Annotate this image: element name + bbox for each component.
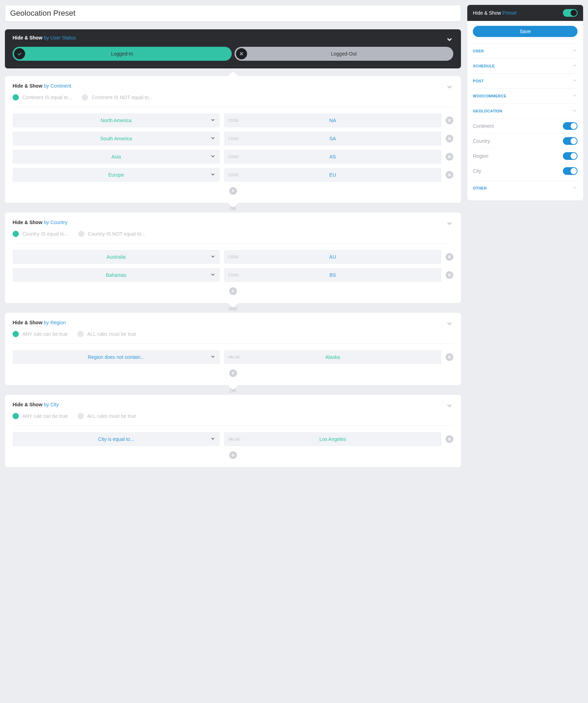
- section-woocommerce[interactable]: WOOCOMMERCE: [473, 88, 578, 103]
- all-rules-radio[interactable]: ALL rules must be true: [77, 413, 136, 419]
- continent-select[interactable]: South America: [13, 132, 220, 146]
- chevron-up-icon: [572, 48, 578, 54]
- user-status-panel: Hide & Show by User Status Logged-In L: [5, 29, 461, 68]
- continent-select[interactable]: Asia: [13, 150, 220, 164]
- title-prefix: Hide & Show: [13, 35, 43, 40]
- code-label: CODE:: [228, 255, 240, 259]
- connector-label: OR: [230, 388, 236, 393]
- radio-label: Continent IS NOT equal to...: [91, 95, 153, 100]
- city-toggle[interactable]: [563, 167, 578, 175]
- radio-label: ANY rule can be true: [22, 331, 68, 337]
- continent-is-not-radio[interactable]: Continent IS NOT equal to...: [82, 94, 153, 101]
- add-row-button[interactable]: +: [229, 451, 237, 459]
- rule-row: Bahamas CODE: BS ✕: [13, 268, 453, 282]
- title-accent: by Country: [44, 220, 67, 225]
- select-value: Region does not contain...: [88, 354, 144, 360]
- any-rule-radio[interactable]: ANY rule can be true: [13, 331, 68, 337]
- region-operator-select[interactable]: Region does not contain...: [13, 350, 220, 364]
- code-field[interactable]: CODE: SA: [224, 132, 441, 146]
- city-card: Hide & Show by City ANY rule can be true…: [5, 395, 461, 467]
- value-label: VALUE:: [228, 355, 241, 359]
- radio-label: ALL rules must be true: [87, 413, 136, 419]
- chevron-up-icon: [572, 185, 578, 191]
- user-status-title: Hide & Show by User Status: [13, 35, 453, 40]
- code-field[interactable]: CODE: AS: [224, 150, 441, 164]
- region-toggle[interactable]: [563, 152, 578, 160]
- sidebar-title-prefix: Hide & Show: [473, 10, 501, 16]
- remove-row-button[interactable]: ✕: [446, 271, 453, 279]
- city-operator-select[interactable]: City is equal to...: [13, 432, 220, 446]
- close-icon: ✕: [447, 136, 452, 141]
- select-value: City is equal to...: [98, 436, 134, 442]
- connector-label: OR: [230, 206, 236, 211]
- section-geolocation[interactable]: GEOLOCATION: [473, 103, 578, 118]
- chevron-down-icon[interactable]: [446, 36, 453, 44]
- panel-connector: [5, 68, 461, 76]
- section-user[interactable]: USER: [473, 43, 578, 58]
- remove-row-button[interactable]: ✕: [446, 135, 453, 142]
- rule-row: South America CODE: SA ✕: [13, 132, 453, 146]
- radio-dot-icon: [13, 231, 19, 237]
- logged-out-toggle[interactable]: Logged-Out: [235, 47, 454, 61]
- remove-row-button[interactable]: ✕: [446, 253, 453, 261]
- chevron-down-icon[interactable]: [446, 320, 453, 328]
- remove-row-button[interactable]: ✕: [446, 435, 453, 443]
- add-row-button[interactable]: +: [229, 287, 237, 295]
- code-label: CODE:: [228, 155, 240, 159]
- continent-is-radio[interactable]: Continent IS equal to...: [13, 94, 72, 101]
- close-icon: ✕: [447, 272, 452, 278]
- continent-select[interactable]: Europe: [13, 168, 220, 182]
- geo-item-city: City: [473, 163, 578, 178]
- any-rule-radio[interactable]: ANY rule can be true: [13, 413, 68, 419]
- radio-dot-icon: [13, 94, 19, 101]
- country-is-not-radio[interactable]: Country IS NOT equal to...: [78, 231, 146, 237]
- all-rules-radio[interactable]: ALL rules must be true: [77, 331, 136, 337]
- remove-row-button[interactable]: ✕: [446, 353, 453, 361]
- save-button[interactable]: Save: [473, 26, 578, 37]
- section-post[interactable]: POST: [473, 73, 578, 88]
- code-field[interactable]: CODE: BS: [224, 268, 441, 282]
- code-value: EU: [224, 172, 441, 178]
- code-field[interactable]: CODE: EU: [224, 168, 441, 182]
- preset-title-input[interactable]: [5, 5, 461, 22]
- preset-enable-toggle[interactable]: [563, 9, 578, 17]
- divider: [13, 107, 453, 107]
- chevron-down-icon[interactable]: [446, 83, 453, 92]
- add-row-button[interactable]: +: [229, 187, 237, 195]
- remove-row-button[interactable]: ✕: [446, 171, 453, 179]
- code-value: BS: [224, 272, 441, 278]
- country-toggle[interactable]: [563, 137, 578, 145]
- section-schedule[interactable]: SCHEDULE: [473, 58, 578, 73]
- chevron-down-icon: [210, 272, 216, 279]
- rule-row: Region does not contain... VALUE: Alaska…: [13, 350, 453, 364]
- close-icon: ✕: [447, 254, 452, 260]
- logged-in-toggle[interactable]: Logged-In: [13, 47, 232, 61]
- add-row-button[interactable]: +: [229, 369, 237, 377]
- close-icon: ✕: [447, 436, 452, 442]
- section-other[interactable]: OTHER: [473, 180, 578, 195]
- section-label: POST: [473, 79, 484, 83]
- card-connector: OR: [5, 385, 461, 395]
- country-select[interactable]: Australia: [13, 250, 220, 264]
- country-is-radio[interactable]: Country IS equal to...: [13, 231, 68, 237]
- chevron-down-icon[interactable]: [446, 220, 453, 228]
- code-field[interactable]: CODE: NA: [224, 113, 441, 127]
- code-field[interactable]: CODE: AU: [224, 250, 441, 264]
- value-field[interactable]: VALUE: Alaska: [224, 350, 441, 364]
- continent-card: Hide & Show by Continent Continent IS eq…: [5, 76, 461, 203]
- radio-label: ANY rule can be true: [22, 413, 68, 419]
- radio-dot-icon: [77, 331, 84, 337]
- connector-label: AND: [229, 306, 237, 311]
- remove-row-button[interactable]: ✕: [446, 117, 453, 124]
- remove-row-button[interactable]: ✕: [446, 153, 453, 161]
- chevron-down-icon: [210, 117, 216, 124]
- chevron-down-icon[interactable]: [446, 402, 453, 410]
- value-field[interactable]: VALUE: Los Angeles: [224, 432, 441, 446]
- continent-select[interactable]: North America: [13, 113, 220, 127]
- close-icon: ✕: [447, 118, 452, 123]
- country-select[interactable]: Bahamas: [13, 268, 220, 282]
- continent-toggle[interactable]: [563, 122, 578, 130]
- close-icon: [236, 48, 247, 59]
- select-value: North America: [101, 118, 132, 123]
- select-value: Asia: [111, 154, 121, 160]
